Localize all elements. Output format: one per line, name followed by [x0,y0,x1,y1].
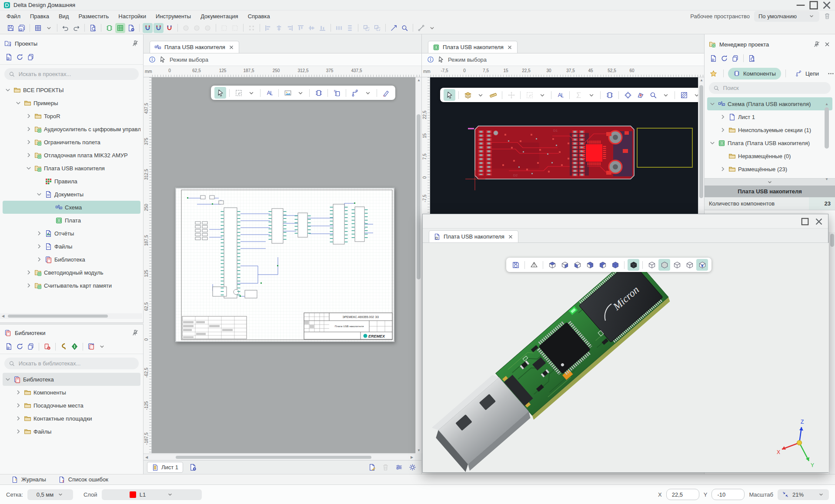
doc-eye-icon[interactable] [4,52,14,62]
y-coordinate-input[interactable] [711,489,745,500]
info-icon[interactable] [427,56,434,63]
caret-icon[interactable] [97,342,107,351]
probe-icon[interactable] [380,87,392,99]
schematic-sheet[interactable]: ЭРЕМЕКС.469355.002 Э3 Плата USB накопите… [175,188,394,342]
expander-icon[interactable] [719,166,726,172]
expander-icon[interactable] [25,152,32,159]
cube-f-icon[interactable] [609,259,621,271]
more-icon[interactable] [826,69,835,79]
undo-icon[interactable] [60,23,70,33]
manager-panel-scrollbar[interactable] [829,232,835,474]
minimize-button[interactable] [794,0,807,10]
sigma-icon[interactable] [573,89,584,101]
grp-icon[interactable] [372,23,382,33]
tab-journals[interactable]: Журналы [5,474,52,484]
tree-item[interactable]: Посадочные места [3,399,140,412]
tree-item[interactable]: Неиспользуемые секции (1) [707,123,832,136]
tree-item[interactable]: Плата (Плата USB накопителя) [707,136,832,149]
add-doc-icon[interactable] [126,23,136,33]
tree-item[interactable]: Файлы [3,425,140,438]
tree-item[interactable]: Схема (Плата USB накопителя) [707,97,832,110]
di-v-icon[interactable] [345,23,355,33]
snap-icon[interactable] [143,23,153,33]
scale-select[interactable]: 21% [778,489,829,500]
tree-item[interactable]: ВСЕ ПРОЕКТЫ [3,83,140,96]
cube-p1-icon[interactable] [646,259,658,271]
tree-item[interactable]: Компоненты [3,386,140,399]
ruler-tool-icon[interactable] [487,89,499,101]
grp-icon[interactable] [361,23,371,33]
zoom-net-icon[interactable] [400,23,410,33]
expander-icon[interactable] [25,139,32,146]
green-diamond-icon[interactable] [70,342,80,351]
tree-item[interactable]: Примеры [3,96,140,109]
expander-icon[interactable] [36,230,43,237]
chip-icon[interactable] [604,89,615,101]
search-doc-icon[interactable] [88,23,98,33]
sheet-tab[interactable]: Лист 1 [147,462,183,473]
expander-icon[interactable] [15,428,22,435]
caret-icon[interactable] [294,87,306,99]
zoom-net-icon[interactable] [647,89,659,101]
expander-icon[interactable] [25,269,32,276]
libraries-search-input[interactable] [19,360,134,367]
schematic-hscrollbar[interactable]: ◀ ▶ [144,454,415,460]
cube-p2-icon[interactable] [658,259,670,271]
save-icon[interactable] [6,23,16,33]
grid-select[interactable]: 0,5 мм [27,489,73,500]
chip-green-icon[interactable] [104,23,114,33]
tree-item[interactable]: Файлы [3,240,140,253]
expander-icon[interactable] [709,139,716,146]
tab-error-list[interactable]: ! Список ошибок [52,474,114,484]
book-add-icon[interactable] [42,342,52,351]
pyramid-icon[interactable] [528,259,540,271]
manager-tree-scrollbar[interactable]: ▲ ▼ [824,103,830,180]
manager-search-input[interactable] [723,85,826,91]
refresh-icon[interactable] [15,52,25,62]
circ-icon[interactable] [203,23,213,33]
tree-item[interactable]: Считыватель карт памяти [3,279,140,292]
cursor-icon[interactable] [214,87,226,99]
tree-item[interactable]: Плата USB накопителя [3,162,140,175]
al-r-icon[interactable] [285,23,295,33]
image-icon[interactable] [282,87,294,99]
viewer3d-titlebar[interactable] [423,214,828,229]
caret-icon[interactable] [245,87,257,99]
expander-icon[interactable] [15,389,22,396]
tree-item[interactable]: Аудиоусилитель с цифровым управл [3,123,140,136]
expander-icon[interactable] [36,256,43,263]
hatch-icon[interactable] [678,89,690,101]
schematic-canvas[interactable]: 437,5375312,5250187,512562,50-62,5-125-1… [144,77,421,453]
close-button[interactable] [813,216,825,227]
expander-icon[interactable] [4,86,11,93]
viewer3d-canvas[interactable]: Micron X Y Z B [423,243,828,472]
cube-dark-icon[interactable] [628,259,639,271]
menu-help[interactable]: Справка [243,10,275,22]
cube-p4-icon[interactable] [684,259,695,271]
tab-pcb-document[interactable]: Плата USB накопителя [428,41,518,53]
close-tab-icon[interactable] [508,234,514,240]
tab-schematic-document[interactable]: Плата USB накопителя [150,41,239,53]
pin-icon[interactable] [132,40,139,47]
book-plus-icon[interactable] [86,342,96,351]
expander-icon[interactable] [36,191,43,198]
tree-item[interactable]: Плата [3,214,140,227]
pin-icon[interactable] [132,329,139,336]
copy-docs-icon[interactable] [730,53,740,63]
refresh-icon[interactable] [15,342,25,351]
select-rect-icon[interactable] [524,89,535,101]
selbox-icon[interactable] [219,23,229,33]
expander-icon[interactable] [36,243,43,250]
copy-docs-icon[interactable] [26,342,36,351]
tab-3d-document[interactable]: Плата USB накопителя [429,230,518,242]
tree-item[interactable]: Отладочная плата MIK32 АМУР [3,149,140,162]
layer-select[interactable]: L1 [102,489,202,500]
al-m-icon[interactable] [307,23,317,33]
expander-icon[interactable] [719,113,726,120]
tab-nets[interactable]: Цепи [790,68,824,80]
menu-settings[interactable]: Настройки [114,10,151,22]
x-coordinate-input[interactable] [666,489,699,500]
tree-item[interactable]: Контактные площадки [3,412,140,425]
caret-icon[interactable] [660,89,671,101]
trash-icon[interactable] [381,462,391,472]
